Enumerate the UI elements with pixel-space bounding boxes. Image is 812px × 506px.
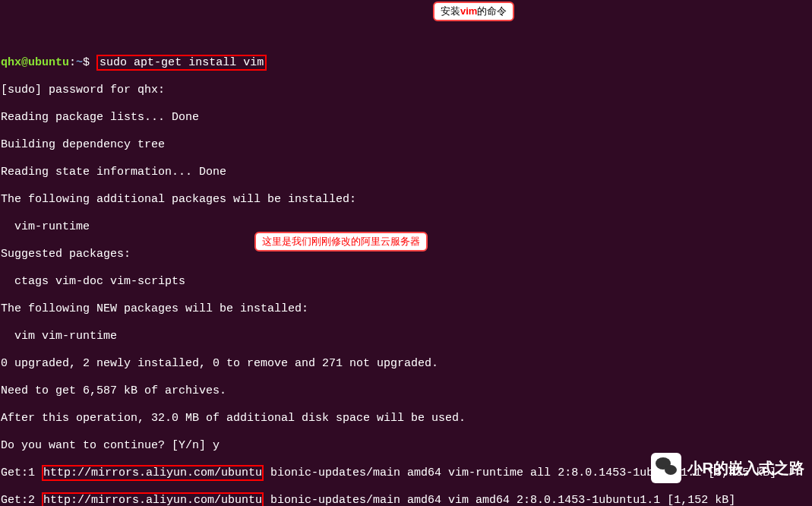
output-line: ctags vim-doc vim-scripts <box>1 275 811 289</box>
output-line: 0 upgraded, 2 newly installed, 0 to remo… <box>1 357 811 371</box>
watermark: 小R的嵌入式之路 <box>651 453 804 483</box>
output-line: Reading package lists... Done <box>1 111 811 125</box>
output-line: Do you want to continue? [Y/n] y <box>1 439 811 453</box>
output-line: Building dependency tree <box>1 138 811 152</box>
output-line: Need to get 6,587 kB of archives. <box>1 384 811 398</box>
prompt-path: ~ <box>76 56 83 69</box>
wechat-icon <box>651 453 681 483</box>
output-line: [sudo] password for qhx: <box>1 84 811 97</box>
command-line: qhx@ubuntu:~$ sudo apt-get install vim <box>1 56 811 70</box>
command-highlight-box: sudo apt-get install vim <box>96 55 267 71</box>
mirror-url-highlight: http://mirrors.aliyun.com/ubuntu <box>42 465 264 481</box>
output-line: vim vim-runtime <box>1 330 811 343</box>
mirror-url-highlight: http://mirrors.aliyun.com/ubuntu <box>42 492 264 506</box>
prompt-user: qhx <box>1 56 21 69</box>
annotation-callout-install: 安装vim的命令 <box>433 2 514 21</box>
output-line: After this operation, 32.0 MB of additio… <box>1 412 811 425</box>
watermark-text: 小R的嵌入式之路 <box>687 461 804 475</box>
prompt-host: ubuntu <box>28 56 69 69</box>
output-line: Get:2 http://mirrors.aliyun.com/ubuntu b… <box>1 494 811 506</box>
output-line: Reading state information... Done <box>1 166 811 179</box>
output-line: The following NEW packages will be insta… <box>1 302 811 316</box>
annotation-callout-mirror: 这里是我们刚刚修改的阿里云服务器 <box>254 232 428 251</box>
terminal-area[interactable]: qhx@ubuntu:~$ sudo apt-get install vim [… <box>1 56 811 506</box>
output-line: The following additional packages will b… <box>1 193 811 207</box>
